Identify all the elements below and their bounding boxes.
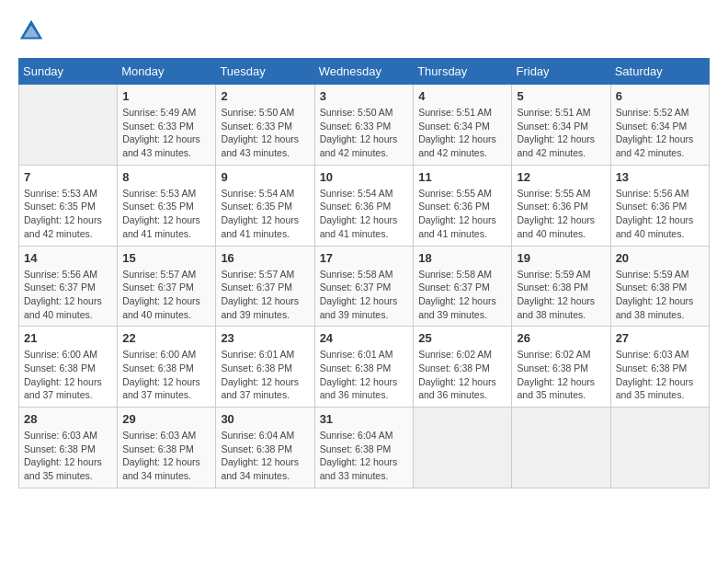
day-info: Sunrise: 5:57 AMSunset: 6:37 PMDaylight:…: [221, 268, 309, 322]
day-info: Sunrise: 5:51 AMSunset: 6:34 PMDaylight:…: [418, 106, 506, 160]
calendar-table: SundayMondayTuesdayWednesdayThursdayFrid…: [18, 58, 710, 488]
day-info: Sunrise: 5:58 AMSunset: 6:37 PMDaylight:…: [418, 268, 506, 322]
day-number: 27: [616, 331, 704, 345]
calendar-day: 24Sunrise: 6:01 AMSunset: 6:38 PMDayligh…: [314, 327, 414, 408]
calendar-day: 30Sunrise: 6:04 AMSunset: 6:38 PMDayligh…: [216, 408, 314, 488]
day-number: 28: [24, 412, 112, 426]
day-info: Sunrise: 6:02 AMSunset: 6:38 PMDaylight:…: [418, 348, 506, 402]
calendar-day: 17Sunrise: 5:58 AMSunset: 6:37 PMDayligh…: [314, 246, 414, 327]
calendar-day: 25Sunrise: 6:02 AMSunset: 6:38 PMDayligh…: [414, 327, 512, 408]
calendar-header: SundayMondayTuesdayWednesdayThursdayFrid…: [19, 59, 710, 85]
day-number: 21: [24, 331, 112, 345]
calendar-week: 1Sunrise: 5:49 AMSunset: 6:33 PMDaylight…: [19, 85, 710, 166]
day-number: 2: [221, 89, 309, 103]
calendar-day: 3Sunrise: 5:50 AMSunset: 6:33 PMDaylight…: [314, 85, 414, 166]
header-day: Tuesday: [216, 59, 314, 85]
calendar-day: [610, 408, 709, 488]
calendar-day: 31Sunrise: 6:04 AMSunset: 6:38 PMDayligh…: [314, 408, 414, 488]
day-info: Sunrise: 5:50 AMSunset: 6:33 PMDaylight:…: [221, 106, 309, 160]
day-info: Sunrise: 5:52 AMSunset: 6:34 PMDaylight:…: [616, 106, 704, 160]
calendar-day: 2Sunrise: 5:50 AMSunset: 6:33 PMDaylight…: [216, 85, 314, 166]
day-info: Sunrise: 5:56 AMSunset: 6:36 PMDaylight:…: [616, 187, 704, 241]
day-number: 24: [320, 331, 409, 345]
header-day: Wednesday: [314, 59, 414, 85]
calendar-day: 11Sunrise: 5:55 AMSunset: 6:36 PMDayligh…: [414, 165, 512, 246]
calendar-day: 26Sunrise: 6:02 AMSunset: 6:38 PMDayligh…: [512, 327, 610, 408]
day-info: Sunrise: 5:49 AMSunset: 6:33 PMDaylight:…: [122, 106, 210, 160]
header-day: Sunday: [19, 59, 118, 85]
day-number: 3: [320, 89, 409, 103]
calendar-day: 28Sunrise: 6:03 AMSunset: 6:38 PMDayligh…: [19, 408, 118, 488]
day-info: Sunrise: 6:03 AMSunset: 6:38 PMDaylight:…: [24, 429, 112, 483]
day-info: Sunrise: 5:59 AMSunset: 6:38 PMDaylight:…: [616, 268, 704, 322]
day-number: 30: [221, 412, 309, 426]
calendar-day: 20Sunrise: 5:59 AMSunset: 6:38 PMDayligh…: [610, 246, 709, 327]
day-info: Sunrise: 6:01 AMSunset: 6:38 PMDaylight:…: [320, 348, 409, 402]
logo: [18, 18, 48, 44]
calendar-day: 9Sunrise: 5:54 AMSunset: 6:35 PMDaylight…: [216, 165, 314, 246]
day-info: Sunrise: 6:01 AMSunset: 6:38 PMDaylight:…: [221, 348, 309, 402]
day-info: Sunrise: 6:03 AMSunset: 6:38 PMDaylight:…: [616, 348, 704, 402]
header-day: Saturday: [610, 59, 709, 85]
day-number: 15: [122, 251, 210, 265]
day-info: Sunrise: 6:00 AMSunset: 6:38 PMDaylight:…: [24, 348, 112, 402]
calendar-day: 13Sunrise: 5:56 AMSunset: 6:36 PMDayligh…: [610, 165, 709, 246]
day-info: Sunrise: 5:55 AMSunset: 6:36 PMDaylight:…: [517, 187, 605, 241]
header-day: Thursday: [414, 59, 512, 85]
day-number: 29: [122, 412, 210, 426]
day-number: 25: [418, 331, 506, 345]
calendar-week: 7Sunrise: 5:53 AMSunset: 6:35 PMDaylight…: [19, 165, 710, 246]
day-number: 1: [122, 89, 210, 103]
calendar-day: 18Sunrise: 5:58 AMSunset: 6:37 PMDayligh…: [414, 246, 512, 327]
header-row: SundayMondayTuesdayWednesdayThursdayFrid…: [19, 59, 710, 85]
calendar-day: 21Sunrise: 6:00 AMSunset: 6:38 PMDayligh…: [19, 327, 118, 408]
day-number: 17: [320, 251, 409, 265]
day-info: Sunrise: 6:03 AMSunset: 6:38 PMDaylight:…: [122, 429, 210, 483]
calendar-day: 23Sunrise: 6:01 AMSunset: 6:38 PMDayligh…: [216, 327, 314, 408]
day-number: 9: [221, 170, 309, 184]
calendar-day: 4Sunrise: 5:51 AMSunset: 6:34 PMDaylight…: [414, 85, 512, 166]
day-info: Sunrise: 5:51 AMSunset: 6:34 PMDaylight:…: [517, 106, 605, 160]
calendar-day: 15Sunrise: 5:57 AMSunset: 6:37 PMDayligh…: [118, 246, 216, 327]
calendar-day: 19Sunrise: 5:59 AMSunset: 6:38 PMDayligh…: [512, 246, 610, 327]
day-info: Sunrise: 5:53 AMSunset: 6:35 PMDaylight:…: [24, 187, 112, 241]
day-info: Sunrise: 6:04 AMSunset: 6:38 PMDaylight:…: [320, 429, 409, 483]
calendar-day: 10Sunrise: 5:54 AMSunset: 6:36 PMDayligh…: [314, 165, 414, 246]
day-info: Sunrise: 6:04 AMSunset: 6:38 PMDaylight:…: [221, 429, 309, 483]
day-number: 10: [320, 170, 409, 184]
day-info: Sunrise: 5:57 AMSunset: 6:37 PMDaylight:…: [122, 268, 210, 322]
calendar-day: [512, 408, 610, 488]
calendar-week: 14Sunrise: 5:56 AMSunset: 6:37 PMDayligh…: [19, 246, 710, 327]
day-number: 4: [418, 89, 506, 103]
calendar-day: 1Sunrise: 5:49 AMSunset: 6:33 PMDaylight…: [118, 85, 216, 166]
day-number: 23: [221, 331, 309, 345]
day-number: 14: [24, 251, 112, 265]
day-number: 8: [122, 170, 210, 184]
day-number: 11: [418, 170, 506, 184]
day-number: 26: [517, 331, 605, 345]
day-info: Sunrise: 5:56 AMSunset: 6:37 PMDaylight:…: [24, 268, 112, 322]
day-number: 6: [616, 89, 704, 103]
day-info: Sunrise: 6:02 AMSunset: 6:38 PMDaylight:…: [517, 348, 605, 402]
day-info: Sunrise: 6:00 AMSunset: 6:38 PMDaylight:…: [122, 348, 210, 402]
day-number: 5: [517, 89, 605, 103]
calendar-body: 1Sunrise: 5:49 AMSunset: 6:33 PMDaylight…: [19, 85, 710, 488]
day-number: 12: [517, 170, 605, 184]
calendar-day: 6Sunrise: 5:52 AMSunset: 6:34 PMDaylight…: [610, 85, 709, 166]
calendar-day: 5Sunrise: 5:51 AMSunset: 6:34 PMDaylight…: [512, 85, 610, 166]
calendar-day: 29Sunrise: 6:03 AMSunset: 6:38 PMDayligh…: [118, 408, 216, 488]
calendar-day: 27Sunrise: 6:03 AMSunset: 6:38 PMDayligh…: [610, 327, 709, 408]
calendar-day: 8Sunrise: 5:53 AMSunset: 6:35 PMDaylight…: [118, 165, 216, 246]
day-number: 16: [221, 251, 309, 265]
day-number: 22: [122, 331, 210, 345]
page-header: [18, 18, 710, 44]
day-info: Sunrise: 5:50 AMSunset: 6:33 PMDaylight:…: [320, 106, 409, 160]
day-number: 13: [616, 170, 704, 184]
calendar-week: 21Sunrise: 6:00 AMSunset: 6:38 PMDayligh…: [19, 327, 710, 408]
day-number: 31: [320, 412, 409, 426]
calendar-day: 16Sunrise: 5:57 AMSunset: 6:37 PMDayligh…: [216, 246, 314, 327]
calendar-day: 14Sunrise: 5:56 AMSunset: 6:37 PMDayligh…: [19, 246, 118, 327]
calendar-day: 12Sunrise: 5:55 AMSunset: 6:36 PMDayligh…: [512, 165, 610, 246]
calendar-day: 7Sunrise: 5:53 AMSunset: 6:35 PMDaylight…: [19, 165, 118, 246]
header-day: Monday: [118, 59, 216, 85]
